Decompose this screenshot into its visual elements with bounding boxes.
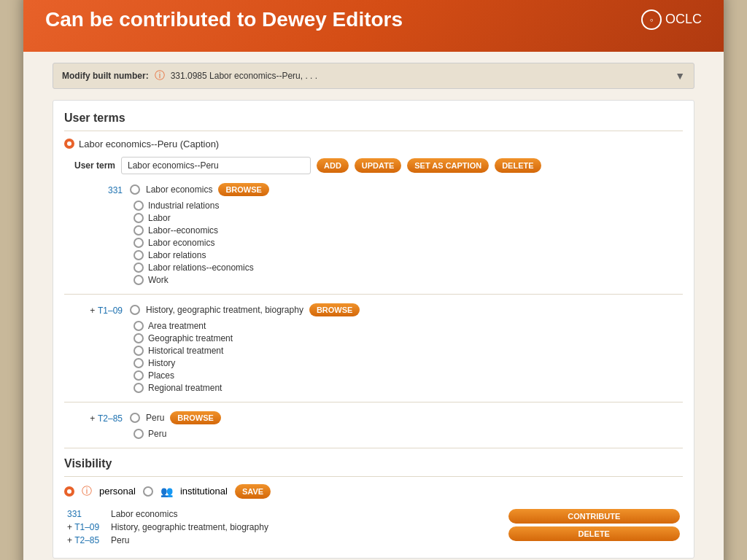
option-work: Work xyxy=(133,275,683,285)
oclc-circle-icon: ◦ xyxy=(641,9,662,30)
term-header-t109: History, geographic treatment, biography… xyxy=(130,303,683,316)
radio-historical-treatment[interactable] xyxy=(133,346,144,356)
modify-value: 331.0985 Labor economics--Peru, . . . xyxy=(171,71,317,81)
term-group-t285: + T2–85 Peru BROWSE Peru xyxy=(64,411,683,439)
radio-peru[interactable] xyxy=(133,429,144,439)
option-labor-economics-dash: Labor--economics xyxy=(133,225,683,236)
radio-labor-relations-economics[interactable] xyxy=(133,262,144,273)
modify-bar: Modify built number: ⓘ 331.0985 Labor ec… xyxy=(53,63,694,89)
term-number-col-t109: + T1–09 xyxy=(64,303,123,393)
bottom-actions: CONTRIBUTE DELETE xyxy=(506,508,683,547)
option-labor-economics: Labor economics xyxy=(133,238,683,248)
visibility-section: Visibility ⓘ personal 👥 institutional SA… xyxy=(64,457,683,547)
term-text-331: Labor economics xyxy=(146,184,212,195)
browse-btn-t285[interactable]: BROWSE xyxy=(170,411,221,424)
main-panel: User terms Labor economics--Peru (Captio… xyxy=(53,100,694,559)
bottom-link-331-a[interactable]: 331 xyxy=(67,509,82,519)
option-labor: Labor xyxy=(133,213,683,223)
visibility-title: Visibility xyxy=(64,457,683,477)
content-area: Modify built number: ⓘ 331.0985 Labor ec… xyxy=(23,52,724,561)
term-link-331[interactable]: 331 xyxy=(108,185,123,195)
modify-bar-left: Modify built number: ⓘ 331.0985 Labor ec… xyxy=(62,69,317,82)
radio-labor-relations[interactable] xyxy=(133,250,144,260)
user-term-label: User term xyxy=(64,160,115,171)
header: Can be contributed to Dewey Editors ◦ OC… xyxy=(23,0,724,52)
option-industrial-relations: Industrial relations xyxy=(133,201,683,211)
oclc-logo: ◦ OCLC xyxy=(641,9,702,30)
option-geographic-treatment: Geographic treatment xyxy=(133,333,683,343)
term-link-t109[interactable]: T1–09 xyxy=(98,306,123,316)
user-terms-section: User terms Labor economics--Peru (Captio… xyxy=(64,112,683,174)
user-term-input[interactable] xyxy=(121,157,311,174)
term-header-331: Labor economics BROWSE xyxy=(130,183,683,196)
dropdown-arrow-icon[interactable]: ▼ xyxy=(675,70,685,82)
delete-button[interactable]: DELETE xyxy=(495,158,541,173)
term-link-t285[interactable]: T2–85 xyxy=(98,413,123,424)
option-labor-relations: Labor relations xyxy=(133,250,683,260)
page-title: Can be contributed to Dewey Editors xyxy=(45,8,403,31)
bottom-link-t285-a[interactable]: T2–85 xyxy=(74,535,99,545)
radio-labor-economics[interactable] xyxy=(133,238,144,248)
term-radio-t109[interactable] xyxy=(130,305,140,315)
term-group-331: 331 Labor economics BROWSE Industrial re… xyxy=(64,183,683,285)
bottom-desc-t285: Peru xyxy=(108,534,506,547)
option-labor-relations-economics: Labor relations--economics xyxy=(133,262,683,273)
divider-1 xyxy=(64,294,683,295)
bottom-table: 331 Labor economics CONTRIBUTE DELETE + xyxy=(64,508,683,547)
option-regional-treatment: Regional treatment xyxy=(133,383,683,393)
set-as-caption-button[interactable]: SET AS CAPTION xyxy=(407,158,489,173)
term-header-t285: Peru BROWSE xyxy=(130,411,683,424)
personal-label: personal xyxy=(99,486,136,497)
radio-work[interactable] xyxy=(133,275,144,285)
term-options-t285: Peru xyxy=(133,429,683,439)
browse-btn-331[interactable]: BROWSE xyxy=(218,183,269,196)
institutional-icon: 👥 xyxy=(160,486,173,497)
bottom-link-t109-a[interactable]: T1–09 xyxy=(74,522,99,532)
add-button[interactable]: ADD xyxy=(317,158,349,173)
modify-icon: ⓘ xyxy=(155,69,165,82)
table-row: 331 Labor economics CONTRIBUTE DELETE xyxy=(64,508,683,521)
bottom-link-t109: + T1–09 xyxy=(64,521,108,534)
bottom-link-331: 331 xyxy=(64,508,108,521)
personal-icon: ⓘ xyxy=(82,485,92,498)
term-content-331: Labor economics BROWSE Industrial relati… xyxy=(130,183,683,285)
option-places: Places xyxy=(133,370,683,381)
institutional-radio[interactable] xyxy=(143,486,153,497)
plus-t109: + xyxy=(90,306,95,316)
option-historical-treatment: Historical treatment xyxy=(133,346,683,356)
term-radio-331[interactable] xyxy=(130,184,140,195)
contribute-button[interactable]: CONTRIBUTE xyxy=(508,509,680,524)
radio-places[interactable] xyxy=(133,370,144,381)
modify-label: Modify built number: xyxy=(62,71,149,81)
radio-geographic-treatment[interactable] xyxy=(133,333,144,343)
radio-industrial-relations[interactable] xyxy=(133,201,144,211)
term-text-t285: Peru xyxy=(146,413,164,423)
term-options-t109: Area treatment Geographic treatment Hist… xyxy=(133,321,683,393)
browse-btn-t109[interactable]: BROWSE xyxy=(309,303,360,316)
update-button[interactable]: UPDATE xyxy=(355,158,401,173)
caption-row: Labor economics--Peru (Caption) xyxy=(64,139,683,149)
oclc-text: OCLC xyxy=(665,12,702,27)
bottom-link-t285: + T2–85 xyxy=(64,534,108,547)
radio-regional-treatment[interactable] xyxy=(133,383,144,393)
personal-radio[interactable] xyxy=(64,486,74,497)
radio-labor-economics-dash[interactable] xyxy=(133,225,144,236)
radio-history[interactable] xyxy=(133,358,144,368)
radio-labor[interactable] xyxy=(133,213,144,223)
term-number-col-t285: + T2–85 xyxy=(64,411,123,439)
delete-small-button[interactable]: DELETE xyxy=(508,526,680,541)
visibility-row: ⓘ personal 👥 institutional SAVE xyxy=(64,484,683,499)
term-group-t109: + T1–09 History, geographic treatment, b… xyxy=(64,303,683,393)
institutional-label: institutional xyxy=(180,486,228,497)
save-button[interactable]: SAVE xyxy=(235,484,271,499)
option-area-treatment: Area treatment xyxy=(133,321,683,331)
option-history: History xyxy=(133,358,683,368)
caption-label: Labor economics--Peru (Caption) xyxy=(79,139,219,149)
term-text-t109: History, geographic treatment, biography xyxy=(146,305,303,315)
bottom-desc-t109: History, geographic treatment, biography xyxy=(108,521,506,534)
term-radio-t285[interactable] xyxy=(130,413,140,423)
caption-radio[interactable] xyxy=(64,139,74,149)
divider-3 xyxy=(64,448,683,448)
radio-area-treatment[interactable] xyxy=(133,321,144,331)
bottom-desc-331: Labor economics xyxy=(108,508,506,521)
